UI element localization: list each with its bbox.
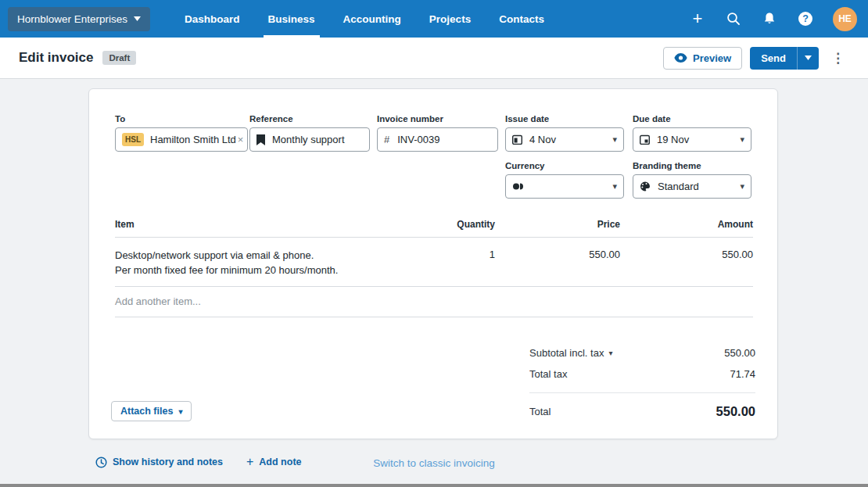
reference-field-group: Reference Monthly support — [249, 114, 370, 152]
total-tax-label: Total tax — [529, 368, 567, 380]
currency-label: Currency — [505, 161, 624, 170]
chevron-down-icon: ▾ — [178, 407, 182, 416]
issue-date-label: Issue date — [505, 114, 624, 124]
chevron-down-icon[interactable]: ▾ — [612, 134, 617, 145]
column-header-quantity: Quantity — [393, 219, 495, 230]
due-date-label: Due date — [633, 114, 751, 124]
item-amount: 550.00 — [620, 248, 753, 278]
top-navbar: Hornblower Enterprises Dashboard Busines… — [0, 0, 868, 38]
chevron-down-icon[interactable]: ▾ — [740, 181, 744, 192]
remove-contact-icon[interactable]: × — [236, 134, 246, 145]
nav-item-projects[interactable]: Projects — [415, 0, 485, 38]
total-label: Total — [529, 406, 551, 417]
bottom-edge-strip — [0, 484, 868, 487]
hash-icon: # — [384, 134, 389, 145]
column-header-item: Item — [115, 219, 393, 230]
line-items-table: Item Quantity Price Amount Desktop/netwo… — [115, 219, 753, 317]
total-value: 550.00 — [716, 404, 755, 419]
invoice-number-field-group: Invoice number # INV-0039 — [377, 114, 498, 152]
reference-label: Reference — [249, 114, 370, 124]
nav-item-accounting[interactable]: Accounting — [329, 0, 415, 38]
issue-date-value: 4 Nov — [529, 134, 556, 145]
bookmark-icon — [256, 134, 265, 145]
invoice-card: To HSL Hamilton Smith Ltd × Reference Mo… — [88, 88, 778, 439]
help-icon[interactable]: ? — [797, 10, 814, 27]
nav-item-contacts[interactable]: Contacts — [485, 0, 558, 38]
totals-panel: Subtotal incl. tax ▾ 550.00 Total tax 71… — [529, 342, 755, 424]
invoice-number-input[interactable]: # INV-0039 — [377, 127, 498, 152]
subtotal-row: Subtotal incl. tax ▾ 550.00 — [529, 342, 755, 363]
chevron-down-icon — [805, 56, 812, 60]
calendar-icon — [640, 134, 650, 145]
invoice-number-value: INV-0039 — [397, 134, 439, 145]
grand-total-row: Total 550.00 — [529, 398, 755, 424]
nav-item-dashboard[interactable]: Dashboard — [170, 0, 254, 38]
palette-icon — [640, 181, 651, 192]
reference-value: Monthly support — [272, 134, 345, 145]
total-tax-row: Total tax 71.74 — [529, 363, 755, 385]
svg-text:?: ? — [802, 13, 809, 24]
attach-files-label: Attach files — [120, 406, 173, 417]
send-button[interactable]: Send — [750, 47, 797, 70]
table-row[interactable]: Desktop/network support via email & phon… — [115, 238, 753, 287]
notifications-bell-icon[interactable] — [761, 10, 778, 27]
to-label: To — [115, 114, 248, 124]
branding-theme-label: Branding theme — [633, 161, 751, 170]
preview-button[interactable]: Preview — [663, 47, 742, 70]
issue-date-input[interactable]: 4 Nov ▾ — [505, 127, 624, 152]
column-header-price: Price — [495, 219, 620, 230]
add-another-item-row[interactable]: Add another item... — [115, 287, 753, 317]
branding-theme-select[interactable]: Standard ▾ — [633, 174, 751, 199]
issue-date-field-group: Issue date 4 Nov ▾ — [505, 114, 624, 152]
subtotal-value: 550.00 — [724, 347, 755, 359]
org-switcher[interactable]: Hornblower Enterprises — [8, 7, 150, 31]
status-badge: Draft — [102, 51, 136, 65]
branding-theme-field-group: Branding theme Standard ▾ — [633, 161, 751, 199]
item-description-line2: Per month fixed fee for minimum 20 hours… — [115, 263, 393, 278]
send-options-button[interactable] — [797, 47, 819, 70]
chevron-down-icon[interactable]: ▾ — [612, 181, 617, 192]
nav-utilities: + ? HE — [689, 7, 857, 31]
item-description: Desktop/network support via email & phon… — [115, 248, 393, 278]
totals-divider — [529, 392, 755, 393]
nav-item-business[interactable]: Business — [254, 0, 329, 38]
coins-icon — [512, 181, 524, 192]
due-date-field-group: Due date 19 Nov ▾ — [633, 114, 751, 152]
calendar-icon — [512, 134, 522, 145]
more-options-icon[interactable]: ⋮ — [827, 50, 849, 66]
search-icon[interactable] — [725, 10, 742, 27]
chevron-down-icon — [134, 16, 141, 21]
due-date-input[interactable]: 19 Nov ▾ — [633, 127, 751, 152]
branding-theme-value: Standard — [658, 181, 699, 192]
preview-label: Preview — [693, 52, 731, 64]
subtotal-options-icon[interactable]: ▾ — [608, 349, 612, 357]
invoice-number-label: Invoice number — [377, 114, 498, 124]
currency-field-group: Currency ▾ — [505, 161, 624, 199]
contact-chip: HSL — [122, 133, 144, 146]
table-header-row: Item Quantity Price Amount — [115, 219, 753, 238]
item-price: 550.00 — [495, 248, 620, 278]
org-name: Hornblower Enterprises — [17, 13, 127, 25]
column-header-amount: Amount — [620, 219, 753, 230]
user-avatar[interactable]: HE — [833, 7, 857, 31]
to-input[interactable]: HSL Hamilton Smith Ltd × — [115, 127, 248, 152]
due-date-value: 19 Nov — [657, 134, 689, 145]
send-split-button: Send — [750, 47, 819, 70]
main-nav: Dashboard Business Accounting Projects C… — [170, 0, 558, 38]
page-title: Edit invoice — [19, 50, 93, 66]
attach-files-button[interactable]: Attach files ▾ — [111, 401, 192, 421]
item-quantity: 1 — [393, 248, 495, 278]
page-header: Edit invoice Draft Preview Send ⋮ — [0, 38, 868, 79]
subtotal-label: Subtotal incl. tax — [529, 347, 604, 359]
eye-icon — [674, 53, 687, 63]
total-tax-value: 71.74 — [730, 368, 755, 380]
header-actions: Preview Send ⋮ — [663, 47, 849, 70]
contact-name: Hamilton Smith Ltd — [150, 134, 236, 145]
item-description-line1: Desktop/network support via email & phon… — [115, 248, 393, 263]
currency-select[interactable]: ▾ — [505, 174, 624, 199]
switch-classic-link[interactable]: Switch to classic invoicing — [0, 457, 868, 469]
to-field-group: To HSL Hamilton Smith Ltd × — [115, 114, 248, 152]
create-new-icon[interactable]: + — [689, 10, 706, 27]
reference-input[interactable]: Monthly support — [249, 127, 370, 152]
chevron-down-icon[interactable]: ▾ — [740, 134, 744, 145]
